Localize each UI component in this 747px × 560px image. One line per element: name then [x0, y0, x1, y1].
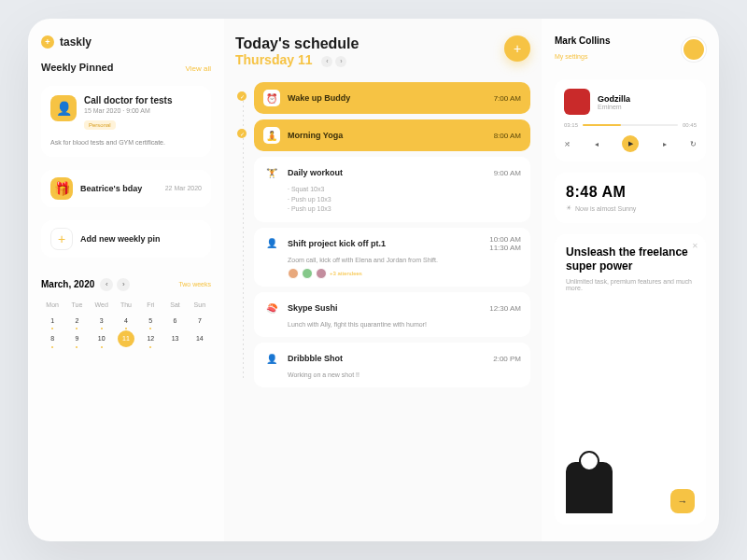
logo-icon: +	[41, 35, 54, 49]
task-time: 12:30 AM	[489, 304, 521, 313]
task-item[interactable]: 👤Dribbble Shot2:00 PMWorking on a new sh…	[254, 343, 530, 387]
prev-day-button[interactable]: ‹	[321, 56, 332, 67]
calendar-day-name: Fri	[139, 299, 162, 311]
calendar-day[interactable]: 11	[118, 330, 134, 347]
my-settings-link[interactable]: My settings	[555, 53, 587, 60]
task-icon: 🍣	[263, 300, 280, 316]
calendar-day[interactable]: 8	[41, 330, 63, 347]
promo-title: Unsleash the freelance super power	[566, 245, 695, 273]
calendar-grid: MonTueWedThuFriSatSun1234567891011121314	[41, 299, 211, 347]
calendar-day[interactable]: 7	[189, 313, 211, 329]
attendee-avatar	[288, 268, 299, 279]
clock-card: 8:48 AM ☀ Now is almost Sunny	[555, 173, 706, 223]
play-button[interactable]: ▶	[622, 135, 639, 152]
album-art	[564, 89, 590, 115]
close-icon[interactable]: ✕	[692, 242, 698, 250]
task-item[interactable]: 👤Shift project kick off pt.110:00 AM11:3…	[254, 228, 530, 287]
calendar-day[interactable]: 14	[189, 330, 211, 347]
promo-illustration	[566, 462, 613, 513]
schedule-title: Today's schedule	[235, 35, 359, 52]
schedule-list: ✓⏰Wake up Buddy7:00 AM✓🧘Morning Yoga8:00…	[235, 82, 530, 387]
calendar-day-name: Tue	[65, 299, 88, 311]
task-item[interactable]: 🍣Skype Sushi12:30 AMLunch with Ally, fig…	[254, 292, 530, 337]
pin-desc: Ask for blood tests and GYM certificate.	[50, 138, 202, 147]
calendar-day[interactable]: 5	[139, 313, 162, 329]
attendee-avatar	[316, 268, 327, 279]
prev-track-icon[interactable]: ◂	[595, 140, 599, 148]
task-name: Morning Yoga	[288, 131, 486, 140]
repeat-icon[interactable]: ↻	[690, 140, 697, 148]
time-elapsed: 03:15	[564, 122, 578, 128]
pinned-card[interactable]: 🎁 Beatrice's bday 22 Mar 2020	[41, 170, 211, 207]
calendar-day-name: Sat	[163, 299, 186, 311]
sun-icon: ☀	[566, 204, 571, 212]
task-name: Skype Sushi	[288, 303, 482, 313]
pin-date: 15 Mar 2020 · 9:00 AM	[84, 107, 172, 114]
calendar-day[interactable]: 10	[91, 330, 113, 347]
add-pin-button[interactable]: + Add new weekly pin	[41, 220, 211, 258]
schedule-date: Thursday 11	[235, 52, 312, 67]
task-desc: Working on a new shot !!	[263, 371, 521, 380]
task-icon: 👤	[263, 235, 280, 252]
phone-icon: 👤	[50, 95, 77, 121]
calendar-day[interactable]: 1	[41, 313, 63, 329]
task-time: 9:00 AM	[494, 169, 521, 177]
task-bullet: Push up 10x3	[288, 204, 521, 215]
plus-icon: +	[50, 228, 73, 250]
next-day-button[interactable]: ›	[335, 56, 346, 67]
task-item[interactable]: ✓⏰Wake up Buddy7:00 AM	[254, 82, 530, 114]
music-player: Godzilla Eminem 03:15 00:45 ⤨ ◂ ▶ ▸ ↻	[555, 79, 706, 161]
tag-personal: Personal	[84, 120, 116, 130]
calendar-day[interactable]: 4	[115, 313, 137, 329]
calendar-day[interactable]: 12	[139, 330, 162, 347]
next-track-icon[interactable]: ▸	[663, 140, 667, 148]
pin-title: Call doctor for tests	[84, 95, 172, 105]
attendees: +3 attendees	[263, 268, 521, 279]
calendar-day[interactable]: 13	[163, 330, 186, 347]
check-icon: ✓	[237, 91, 247, 101]
task-name: Daily workout	[288, 168, 486, 177]
track-artist: Eminem	[598, 104, 630, 110]
next-month-button[interactable]: ›	[117, 278, 130, 291]
pin-title: Beatrice's bday	[80, 184, 158, 193]
task-name: Wake up Buddy	[288, 93, 486, 103]
task-desc: Lunch with Ally, fight this quarantine w…	[263, 320, 521, 329]
calendar-day-name: Mon	[41, 299, 63, 311]
calendar-day[interactable]: 3	[91, 313, 113, 329]
time-total: 00:45	[683, 122, 697, 128]
clock-time: 8:48 AM	[566, 184, 695, 201]
progress-bar[interactable]	[583, 124, 678, 126]
task-desc: Zoom call, kick off with Elena and Jorda…	[263, 256, 521, 265]
calendar-day[interactable]: 9	[65, 330, 88, 347]
add-task-button[interactable]: +	[504, 35, 530, 62]
promo-desc: Unlimited task, premium features and muc…	[566, 278, 695, 291]
task-name: Dribbble Shot	[288, 354, 486, 363]
view-all-link[interactable]: View all	[186, 64, 211, 73]
user-name: Mark Collins	[555, 35, 610, 46]
task-bullet: Push up 10x3	[288, 195, 521, 205]
calendar-day[interactable]: 6	[163, 313, 186, 329]
calendar-day-name: Sun	[189, 299, 211, 311]
calendar-day-name: Wed	[91, 299, 113, 311]
task-item[interactable]: ✓🧘Morning Yoga8:00 AM	[254, 119, 530, 151]
calendar-day[interactable]: 2	[65, 313, 88, 329]
attendees-more[interactable]: +3 attendees	[330, 271, 362, 276]
weather-text: Now is almost Sunny	[575, 205, 636, 212]
task-time: 7:00 AM	[494, 94, 521, 103]
promo-cta-button[interactable]: →	[670, 489, 695, 513]
prev-month-button[interactable]: ‹	[100, 278, 113, 291]
task-time: 10:00 AM11:30 AM	[489, 235, 521, 252]
task-icon: 🧘	[263, 127, 280, 144]
task-item[interactable]: 🏋Daily workout9:00 AMSquat 10x3Push up 1…	[254, 157, 530, 222]
check-icon: ✓	[237, 129, 247, 138]
avatar[interactable]	[682, 37, 706, 62]
task-name: Shift project kick off pt.1	[288, 239, 482, 248]
task-icon: ⏰	[263, 90, 280, 106]
task-icon: 👤	[263, 350, 280, 367]
shuffle-icon[interactable]: ⤨	[564, 140, 571, 148]
logo[interactable]: + taskly	[41, 35, 211, 49]
brand-name: taskly	[60, 35, 92, 49]
two-weeks-link[interactable]: Two weeks	[178, 281, 211, 287]
promo-card: ✕ Unsleash the freelance super power Unl…	[555, 234, 706, 525]
pinned-card[interactable]: 👤 Call doctor for tests 15 Mar 2020 · 9:…	[41, 86, 211, 157]
